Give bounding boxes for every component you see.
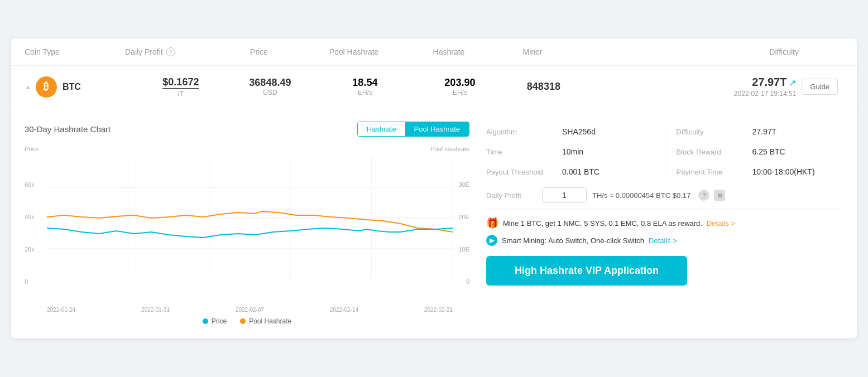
btc-price: 36848.49 USD bbox=[226, 77, 315, 96]
price-value: 36848.49 bbox=[226, 77, 315, 89]
payment-time-value: 10:00-18:00(HKT) bbox=[752, 167, 815, 176]
header-pool-hashrate: Pool Hashrate bbox=[304, 47, 404, 56]
vip-application-button[interactable]: High Hashrate VIP Application bbox=[486, 256, 687, 286]
difficulty-value: 27.97T bbox=[752, 76, 787, 88]
info-divider bbox=[665, 122, 665, 182]
help-circle-icon[interactable]: ? bbox=[698, 190, 709, 201]
legend-price-dot bbox=[203, 318, 208, 324]
coin-info: ₿ BTC bbox=[36, 76, 136, 98]
y-left-60k: 60k bbox=[25, 181, 39, 188]
chart-svg bbox=[47, 157, 453, 279]
daily-profit-icons: ? ⊞ bbox=[698, 190, 725, 201]
price-unit: USD bbox=[226, 89, 315, 96]
y-left-20k: 20k bbox=[25, 246, 39, 253]
legend-price: Price bbox=[203, 317, 227, 325]
promo-row: 🎁 Mine 1 BTC, get 1 NMC, 5 SYS, 0.1 EMC,… bbox=[486, 217, 843, 229]
x-axis: 2022-01-24 2022-01-31 2022-02-07 2022-02… bbox=[47, 307, 453, 313]
chart-area: Price 60k 40k 20k 0 Pool Hashrate 30E 20… bbox=[25, 146, 469, 313]
guide-button[interactable]: Guide bbox=[802, 79, 838, 95]
pool-hashrate-value: 18.54 bbox=[315, 77, 415, 89]
info-left-col: Algorithm SHA256d Time 10min Payout Thre… bbox=[486, 122, 654, 182]
daily-profit-input[interactable] bbox=[542, 187, 587, 203]
legend-pool-dot bbox=[240, 318, 246, 324]
calculator-icon[interactable]: ⊞ bbox=[714, 190, 725, 201]
btc-name: BTC bbox=[63, 82, 81, 92]
header-daily-profit: Daily Profit ? bbox=[125, 47, 214, 56]
gift-icon: 🎁 bbox=[486, 217, 498, 229]
info-difficulty: Difficulty 27.97T bbox=[677, 122, 844, 142]
hashrate-value: 203.90 bbox=[415, 77, 505, 89]
smart-mining-row: ▶ Smart Mining: Auto Switch, One-click S… bbox=[486, 235, 843, 246]
algorithm-value: SHA256d bbox=[562, 127, 596, 136]
x-label-3: 2022-02-14 bbox=[330, 307, 358, 313]
y-left-0: 0 bbox=[25, 278, 39, 285]
chart-svg-wrapper bbox=[47, 157, 453, 279]
chart-title: 30-Day Hashrate Chart bbox=[25, 124, 111, 134]
block-reward-value: 6.25 BTC bbox=[752, 147, 785, 156]
btc-difficulty: 27.97T ↗ 2022-02-17 19:14:51 Guide bbox=[583, 76, 843, 98]
daily-profit-row: Daily Profit TH/s ≈ 0.00000454 BTC $0.17… bbox=[486, 182, 843, 209]
y-left-40k: 40k bbox=[25, 214, 39, 220]
btc-icon: ₿ bbox=[36, 76, 57, 98]
info-block-reward: Block Reward 6.25 BTC bbox=[677, 142, 844, 162]
header-difficulty: Difficulty bbox=[572, 47, 843, 56]
x-label-4: 2022-02-21 bbox=[424, 307, 453, 313]
main-container: Coin Type Daily Profit ? Price Pool Hash… bbox=[11, 38, 857, 339]
info-payout: Payout Threshold 0.001 BTC bbox=[486, 162, 654, 182]
smart-mining-icon: ▶ bbox=[486, 235, 497, 246]
difficulty-date: 2022-02-17 19:14:51 bbox=[734, 90, 796, 98]
payout-label: Payout Threshold bbox=[486, 168, 553, 176]
payout-value: 0.001 BTC bbox=[562, 167, 600, 176]
x-label-2: 2022-02-07 bbox=[236, 307, 264, 313]
legend-price-label: Price bbox=[212, 317, 227, 325]
info-algorithm: Algorithm SHA256d bbox=[486, 122, 654, 142]
main-content: 30-Day Hashrate Chart Hashrate Pool Hash… bbox=[11, 108, 857, 339]
pool-hashrate-unit: EH/s bbox=[315, 89, 415, 96]
help-icon[interactable]: ? bbox=[166, 47, 175, 56]
btc-miner: 848318 bbox=[505, 81, 583, 93]
header-coin-type: Coin Type bbox=[25, 47, 125, 56]
block-reward-label: Block Reward bbox=[677, 148, 744, 156]
smart-mining-details-link[interactable]: Details > bbox=[649, 236, 677, 245]
legend-pool-hashrate: Pool Hashrate bbox=[240, 317, 291, 325]
header-price: Price bbox=[214, 47, 304, 56]
y-right-title: Pool Hashrate bbox=[430, 146, 469, 152]
promo-details-link[interactable]: Details > bbox=[707, 219, 735, 228]
btc-pool-hashrate: 18.54 EH/s bbox=[315, 77, 415, 96]
btc-row: ▲ ₿ BTC $0.1672 /T 36848.49 USD 18.54 EH… bbox=[11, 66, 857, 108]
y-left-title: Price bbox=[25, 146, 39, 152]
legend-pool-label: Pool Hashrate bbox=[249, 317, 291, 325]
chart-legend: Price Pool Hashrate bbox=[25, 317, 469, 325]
table-header: Coin Type Daily Profit ? Price Pool Hash… bbox=[11, 38, 857, 66]
header-miner: Miner bbox=[493, 47, 572, 56]
chart-section: 30-Day Hashrate Chart Hashrate Pool Hash… bbox=[25, 122, 469, 325]
difficulty-label: Difficulty bbox=[677, 128, 744, 136]
promo-text: Mine 1 BTC, get 1 NMC, 5 SYS, 0.1 EMC, 0… bbox=[503, 219, 702, 228]
smart-mining-text: Smart Mining: Auto Switch, One-click Swi… bbox=[502, 236, 644, 245]
x-label-0: 2022-01-24 bbox=[47, 307, 75, 313]
collapse-icon[interactable]: ▲ bbox=[25, 83, 31, 91]
info-payment-time: Payment Time 10:00-18:00(HKT) bbox=[677, 162, 844, 182]
daily-profit-label: Daily Profit bbox=[486, 191, 536, 200]
y-axis-left: Price 60k 40k 20k 0 bbox=[25, 146, 39, 291]
time-value: 10min bbox=[562, 147, 583, 156]
chart-header: 30-Day Hashrate Chart Hashrate Pool Hash… bbox=[25, 122, 469, 137]
hashrate-unit: EH/s bbox=[415, 89, 505, 96]
info-right-col: Difficulty 27.97T Block Reward 6.25 BTC … bbox=[677, 122, 844, 182]
profit-value: $0.1672 bbox=[162, 76, 199, 89]
header-hashrate: Hashrate bbox=[404, 47, 493, 56]
btc-profit: $0.1672 /T bbox=[136, 76, 226, 98]
algorithm-label: Algorithm bbox=[486, 128, 553, 136]
info-time: Time 10min bbox=[486, 142, 654, 162]
x-label-1: 2022-01-31 bbox=[141, 307, 170, 313]
profit-unit: /T bbox=[136, 90, 226, 98]
payment-time-label: Payment Time bbox=[677, 168, 744, 176]
daily-profit-calc: TH/s ≈ 0.00000454 BTC $0.17 bbox=[592, 191, 690, 200]
difficulty-info-value: 27.97T bbox=[752, 127, 777, 136]
tab-pool-hashrate[interactable]: Pool Hashrate bbox=[405, 122, 469, 136]
info-section: Algorithm SHA256d Time 10min Payout Thre… bbox=[486, 122, 843, 325]
difficulty-trend-icon: ↗ bbox=[789, 78, 796, 88]
chart-tabs: Hashrate Pool Hashrate bbox=[357, 122, 469, 137]
tab-hashrate[interactable]: Hashrate bbox=[358, 122, 405, 136]
time-label: Time bbox=[486, 148, 553, 156]
